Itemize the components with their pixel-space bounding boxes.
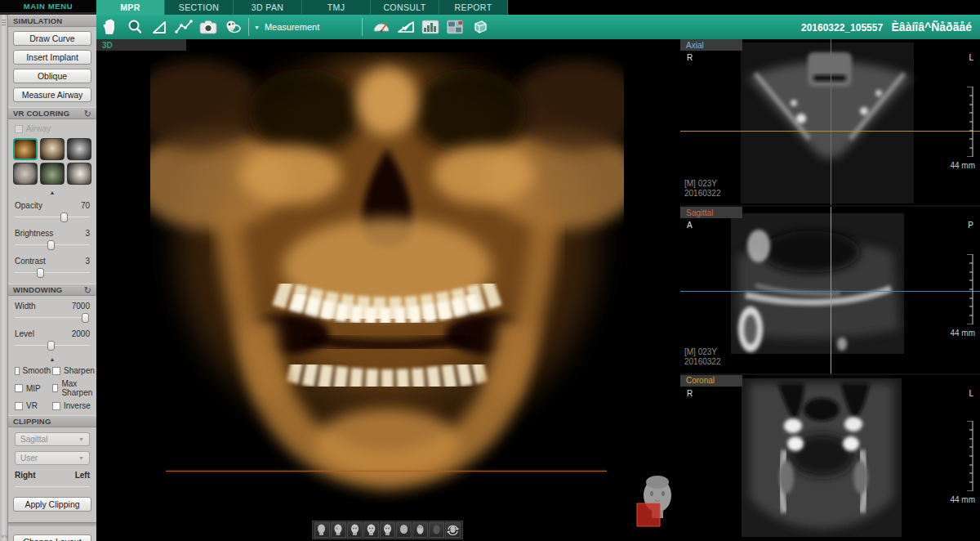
vr-checkbox[interactable]: VR	[15, 401, 51, 410]
angle-measure-icon[interactable]	[149, 17, 170, 37]
max-sharpen-checkbox[interactable]: Max Sharpen	[52, 379, 95, 397]
head-front-left-icon[interactable]	[347, 522, 363, 538]
axial-horizontal-crosshair[interactable]	[680, 131, 980, 132]
sharpen-checkbox[interactable]: Sharpen	[52, 366, 95, 375]
coronal-slice-image	[680, 375, 980, 540]
airway-checkbox[interactable]: Airway	[15, 124, 96, 133]
clipping-section-header: CLIPPING	[8, 415, 96, 427]
head-back-icon[interactable]	[396, 522, 412, 538]
vr-preset-soft-tissue[interactable]	[13, 163, 38, 185]
cube-3d-icon[interactable]	[469, 17, 490, 37]
axial-study-info: [M] 023Y 20160322	[684, 179, 721, 199]
protractor-icon[interactable]	[371, 17, 392, 37]
mip-checkbox-label: MIP	[26, 384, 41, 393]
draw-curve-button[interactable]: Draw Curve	[13, 31, 91, 46]
head-rotate-icon[interactable]	[445, 522, 461, 538]
smooth-checkbox[interactable]: Smooth	[15, 366, 51, 375]
scrollbar-down-icon[interactable]: ˅˅	[1, 534, 8, 539]
section-divider	[8, 522, 96, 526]
oblique-button[interactable]: Oblique	[13, 69, 91, 83]
simulation-section-header: SIMULATION	[8, 15, 96, 27]
head-three-quarter-left-icon[interactable]	[331, 522, 346, 538]
measurement-label: Measurement	[265, 22, 319, 32]
vr-checkbox-box	[15, 402, 23, 410]
clipping-plane-select[interactable]: Sagittal ▼	[15, 432, 90, 446]
sagittal-horizontal-crosshair[interactable]	[680, 291, 980, 292]
main-menu-header[interactable]: MAIN MENU	[0, 0, 96, 12]
scrollbar-grip	[2, 20, 6, 20]
mip-checkbox[interactable]: MIP	[15, 379, 51, 397]
opacity-label: Opacity	[15, 201, 42, 210]
axial-vertical-crosshair[interactable]	[831, 39, 831, 205]
clipping-plane-line[interactable]	[166, 471, 607, 472]
vr-preset-gray[interactable]	[67, 138, 91, 160]
coronal-orientation-right-label: R	[687, 389, 693, 398]
sagittal-view[interactable]: Sagittal A P 44 mm [M] 023Y 20160322	[680, 207, 980, 373]
sharpen-checkbox-box	[52, 367, 60, 375]
head-front-right-icon[interactable]	[380, 522, 395, 538]
rotate-3d-icon[interactable]	[222, 17, 243, 37]
vr-preset-grid	[8, 138, 96, 185]
width-label: Width	[15, 302, 36, 311]
head-left-icon[interactable]	[314, 522, 330, 538]
tab-3d-pan[interactable]: 3D PAN	[234, 0, 302, 15]
sidebar-scrollbar[interactable]: ˅˅	[0, 15, 8, 541]
tab-report[interactable]: REPORT	[439, 0, 508, 15]
change-layout-button[interactable]: Change Layout	[13, 534, 91, 541]
opacity-slider[interactable]	[15, 212, 90, 223]
axial-orientation-left-label: L	[969, 53, 973, 62]
coronal-orientation-left-label: L	[969, 389, 973, 398]
vr-preset-teeth[interactable]	[13, 138, 38, 160]
vr-preset-xray[interactable]	[67, 163, 91, 185]
vr-preset-bone[interactable]	[40, 138, 65, 160]
tab-consult[interactable]: CONSULT	[371, 0, 439, 15]
ruler-check-icon[interactable]	[395, 17, 416, 37]
head-front-icon[interactable]	[363, 522, 379, 538]
measurement-dropdown[interactable]: ▼ Measurement	[254, 22, 319, 32]
coronal-view[interactable]: Coronal R L 44 mm	[680, 375, 980, 541]
head-top-icon[interactable]	[412, 522, 428, 538]
simulation-title: SIMULATION	[13, 16, 91, 25]
width-value: 7000	[72, 302, 90, 311]
airway-checkbox-label: Airway	[26, 124, 51, 133]
chevron-down-icon: ▼	[78, 436, 84, 442]
tab-bar: MPR SECTION 3D PAN TMJ CONSULT REPORT	[96, 0, 980, 15]
airway-checkbox-box	[15, 125, 23, 133]
pan-hand-icon[interactable]	[100, 17, 121, 37]
view-3d-header: 3D	[96, 39, 186, 51]
clipping-range-slider[interactable]	[15, 486, 90, 487]
viewport-3d[interactable]: 3D	[96, 39, 679, 541]
brightness-slider[interactable]	[15, 239, 90, 251]
inverse-checkbox-label: Inverse	[64, 401, 91, 410]
level-slider[interactable]	[15, 340, 90, 351]
vr-collapse-arrow-icon[interactable]: ▲	[8, 190, 96, 195]
apply-clipping-button[interactable]: Apply Clipping	[13, 497, 91, 512]
zoom-icon[interactable]	[124, 17, 145, 37]
windowing-collapse-arrow-icon[interactable]: ▲	[8, 356, 96, 362]
vr-preset-mip[interactable]	[40, 163, 65, 185]
sagittal-view-header: Sagittal	[680, 207, 742, 218]
coronal-title: Coronal	[686, 376, 715, 385]
insert-implant-button[interactable]: Insert Implant	[13, 50, 91, 65]
capture-camera-icon[interactable]	[198, 17, 219, 37]
clipping-mode-select[interactable]: User ▼	[15, 451, 90, 465]
axial-view[interactable]: Axial R L 44 mm [M] 023Y 20160322	[680, 39, 980, 205]
width-slider[interactable]	[15, 312, 90, 324]
tab-tmj[interactable]: TMJ	[302, 0, 371, 15]
tab-section[interactable]: SECTION	[165, 0, 234, 15]
vr-checkbox-label: VR	[26, 401, 38, 410]
head-dark-icon[interactable]	[429, 522, 444, 538]
vr-coloring-reset-icon[interactable]: ↻	[84, 110, 91, 118]
tab-mpr[interactable]: MPR	[96, 0, 165, 15]
sagittal-vertical-crosshair[interactable]	[831, 207, 831, 373]
clipping-plane-value: Sagittal	[20, 435, 78, 444]
histogram-icon[interactable]	[420, 17, 441, 37]
windowing-reset-icon[interactable]: ↻	[84, 286, 91, 294]
sagittal-scale-ruler	[967, 254, 973, 324]
layout-grid-icon[interactable]	[444, 17, 466, 37]
chevron-down-icon: ▼	[254, 25, 260, 30]
curve-draw-icon[interactable]	[173, 17, 194, 37]
inverse-checkbox[interactable]: Inverse	[52, 401, 95, 410]
measure-airway-button[interactable]: Measure Airway	[13, 87, 91, 102]
contrast-slider[interactable]	[15, 267, 90, 279]
